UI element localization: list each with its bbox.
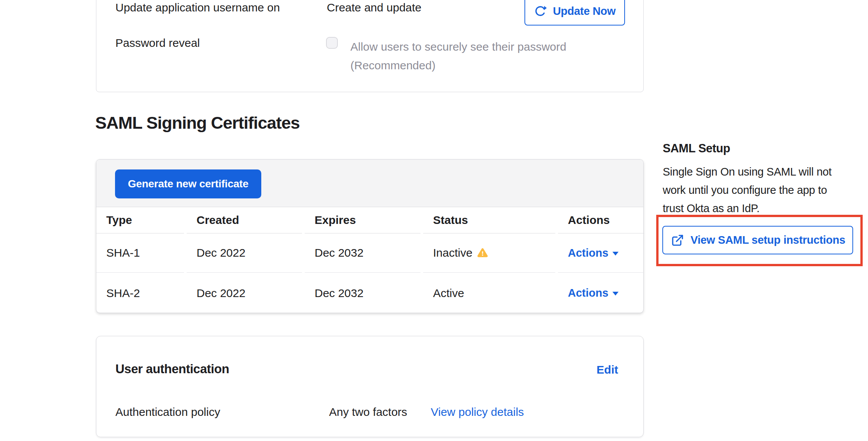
cert-created-cell: Dec 2022 <box>187 233 302 273</box>
refresh-icon <box>534 5 547 18</box>
saml-certificates-card: Generate new certificate Type Created Ex… <box>96 159 644 313</box>
saml-setup-description-line2: work until you configure the app to <box>663 181 868 199</box>
page: { "colors": { "primary_blue": "#1662dd",… <box>0 0 868 441</box>
status-text: Inactive <box>433 246 472 259</box>
cert-expires-cell: Dec 2032 <box>305 233 420 273</box>
cert-actions-cell: Actions <box>558 233 644 273</box>
cert-actions-cell: Actions <box>558 273 644 313</box>
generate-certificate-button[interactable]: Generate new certificate <box>115 169 261 198</box>
password-reveal-label: Password reveal <box>115 37 200 49</box>
cert-expires-cell: Dec 2032 <box>305 273 420 313</box>
caret-down-icon <box>612 252 619 256</box>
application-settings-card: Update application username on Create an… <box>96 0 644 92</box>
view-saml-setup-instructions-button[interactable]: View SAML setup instructions <box>662 226 853 254</box>
update-now-button[interactable]: Update Now <box>524 0 625 26</box>
column-header-expires: Expires <box>305 207 420 233</box>
cert-created-cell: Dec 2022 <box>187 273 302 313</box>
actions-menu-button[interactable]: Actions <box>568 247 619 259</box>
column-header-actions: Actions <box>558 207 644 233</box>
view-saml-setup-instructions-label: View SAML setup instructions <box>691 234 845 246</box>
external-link-icon <box>671 234 684 247</box>
column-header-status: Status <box>423 207 555 233</box>
certificates-table: Type Created Expires Status Actions SHA-… <box>96 207 643 313</box>
column-header-created: Created <box>187 207 302 233</box>
warning-icon <box>477 248 488 258</box>
actions-menu-button[interactable]: Actions <box>568 287 619 299</box>
cert-type-cell: SHA-1 <box>96 233 184 273</box>
cert-type-cell: SHA-2 <box>96 273 184 313</box>
certificates-table-header-row: Type Created Expires Status Actions <box>96 207 643 233</box>
caret-down-icon <box>612 292 619 296</box>
saml-setup-description: Single Sign On using SAML will not work … <box>663 163 868 217</box>
certificates-card-header: Generate new certificate <box>96 160 643 207</box>
password-reveal-description-line2: (Recommended) <box>350 56 566 75</box>
highlight-annotation-box: View SAML setup instructions <box>656 215 863 266</box>
cert-status-cell: Inactive <box>423 233 555 273</box>
user-authentication-card: User authentication Edit Authentication … <box>96 336 644 437</box>
saml-setup-title: SAML Setup <box>663 142 730 155</box>
authentication-policy-label: Authentication policy <box>115 406 220 418</box>
edit-link[interactable]: Edit <box>596 363 618 377</box>
cert-status-cell: Active <box>423 273 555 313</box>
username-update-label: Update application username on <box>115 2 280 13</box>
authentication-policy-value: Any two factors <box>329 406 407 418</box>
password-reveal-checkbox[interactable] <box>326 37 338 49</box>
saml-certificates-heading: SAML Signing Certificates <box>95 113 300 133</box>
column-header-type: Type <box>96 207 184 233</box>
username-update-value: Create and update <box>327 2 422 13</box>
password-reveal-description: Allow users to securely see their passwo… <box>350 37 566 75</box>
actions-menu-label: Actions <box>568 287 608 299</box>
table-row: SHA-1 Dec 2022 Dec 2032 Inactive Actions <box>96 233 643 273</box>
user-authentication-title: User authentication <box>115 361 229 377</box>
password-reveal-description-line1: Allow users to securely see their passwo… <box>350 37 566 56</box>
actions-menu-label: Actions <box>568 247 608 259</box>
view-policy-details-link[interactable]: View policy details <box>431 406 524 418</box>
update-now-label: Update Now <box>553 5 616 18</box>
saml-setup-description-line1: Single Sign On using SAML will not <box>663 163 868 181</box>
table-row: SHA-2 Dec 2022 Dec 2032 Active Actions <box>96 273 643 313</box>
